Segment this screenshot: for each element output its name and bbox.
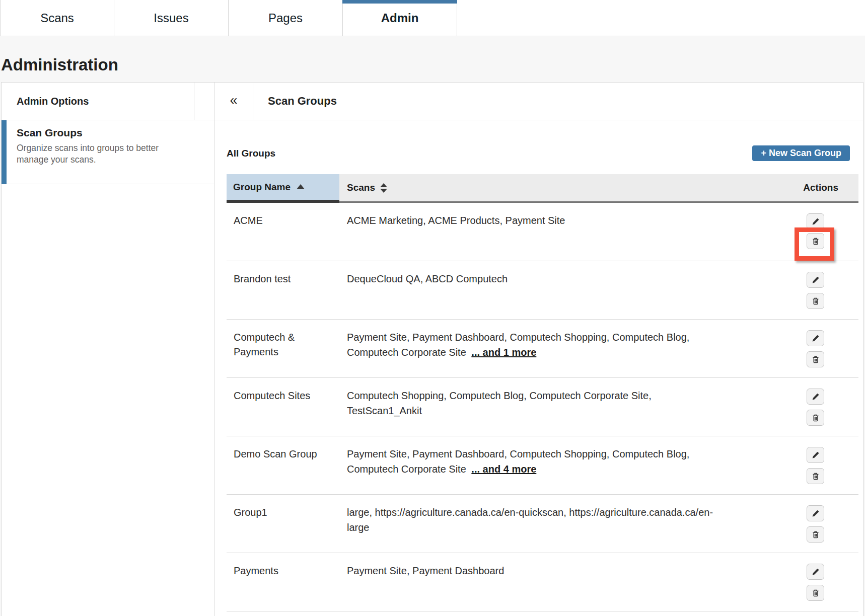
- show-more-scans-link[interactable]: ... and 1 more: [471, 347, 536, 358]
- admin-options-header: Admin Options: [2, 83, 194, 120]
- highlight-annotation: [795, 227, 834, 261]
- panel-title: Scan Groups: [253, 83, 863, 120]
- delete-group-button[interactable]: [807, 468, 824, 484]
- column-header-scans[interactable]: Scans: [339, 174, 727, 203]
- card-header: Admin Options « Scan Groups: [2, 83, 863, 120]
- group-name-cell: Computech Sites: [227, 389, 339, 436]
- delete-group-button[interactable]: [807, 410, 824, 426]
- highlight-annotation: [807, 351, 824, 367]
- group-name-cell: Computech & Payments: [227, 330, 339, 377]
- group-name-cell: Group1: [227, 505, 339, 553]
- table-row: Computech Sites Computech Shopping, Comp…: [227, 378, 858, 436]
- column-header-label: Scans: [347, 182, 375, 193]
- highlight-annotation: [807, 585, 824, 601]
- table-body: ACME ACME Marketing, ACME Products, Paym…: [227, 203, 858, 611]
- scans-cell: ACME Marketing, ACME Products, Payment S…: [339, 213, 727, 261]
- scans-list-text: ACME Marketing, ACME Products, Payment S…: [347, 215, 565, 226]
- groups-toolbar: All Groups + New Scan Group: [227, 145, 850, 161]
- page-title: Administration: [1, 55, 865, 74]
- all-groups-label: All Groups: [227, 148, 275, 159]
- tab-scans[interactable]: Scans: [0, 0, 114, 36]
- sidebar-header-spacer: [194, 83, 214, 120]
- column-header-label: Group Name: [233, 182, 291, 193]
- show-more-scans-link[interactable]: ... and 4 more: [471, 464, 536, 475]
- pencil-icon: [811, 276, 820, 284]
- scans-list-text: Computech Shopping, Computech Blog, Comp…: [347, 390, 652, 416]
- highlight-annotation: [807, 293, 824, 309]
- trash-icon: [812, 355, 820, 364]
- scans-cell: Payment Site, Payment Dashboard, Compute…: [339, 330, 727, 377]
- scans-list-text: DequeCloud QA, ABCD Computech: [347, 273, 508, 284]
- group-name-cell: Payments: [227, 564, 339, 611]
- column-header-group-name[interactable]: Group Name: [227, 174, 339, 203]
- trash-icon: [812, 472, 820, 481]
- sidebar-item-scan-groups[interactable]: Scan Groups Organize scans into groups t…: [2, 120, 214, 184]
- pencil-icon: [811, 217, 820, 226]
- edit-group-button[interactable]: [807, 389, 824, 405]
- trash-icon: [812, 297, 820, 305]
- scans-cell: Computech Shopping, Computech Blog, Comp…: [339, 389, 727, 436]
- table-row: Group1 large, https://agriculture.canada…: [227, 495, 858, 553]
- sidebar-item-title: Scan Groups: [17, 127, 199, 139]
- sidebar-item-description: Organize scans into groups to better man…: [17, 142, 177, 166]
- scans-list-text: Payment Site, Payment Dashboard: [347, 565, 504, 576]
- trash-icon: [812, 589, 820, 597]
- table-header-row: Group Name Scans Actions: [227, 174, 858, 203]
- new-scan-group-button[interactable]: + New Scan Group: [752, 145, 850, 161]
- pencil-icon: [811, 334, 820, 343]
- top-tab-bar: Scans Issues Pages Admin: [0, 0, 865, 36]
- delete-group-button[interactable]: [807, 233, 824, 249]
- table-row: Computech & Payments Payment Site, Payme…: [227, 320, 858, 378]
- actions-cell: [727, 505, 858, 553]
- admin-options-sidebar: Scan Groups Organize scans into groups t…: [2, 120, 214, 616]
- scan-groups-table: Group Name Scans Actions ACME: [227, 174, 858, 611]
- pencil-icon: [811, 393, 820, 401]
- table-row: Brandon test DequeCloud QA, ABCD Compute…: [227, 261, 858, 320]
- card-body: Scan Groups Organize scans into groups t…: [2, 120, 863, 616]
- actions-cell: [727, 330, 858, 377]
- highlight-annotation: [807, 410, 824, 426]
- actions-cell: [727, 389, 858, 436]
- collapse-sidebar-button[interactable]: «: [214, 83, 253, 120]
- scans-list-text: large, https://agriculture.canada.ca/en-…: [347, 507, 713, 533]
- pencil-icon: [811, 568, 820, 576]
- edit-group-button[interactable]: [807, 564, 824, 580]
- trash-icon: [812, 414, 820, 422]
- scan-groups-panel: All Groups + New Scan Group Group Name S…: [214, 120, 863, 616]
- delete-group-button[interactable]: [807, 351, 824, 367]
- delete-group-button[interactable]: [807, 293, 824, 309]
- pencil-icon: [811, 451, 820, 459]
- edit-group-button[interactable]: [807, 447, 824, 463]
- group-name-cell: Brandon test: [227, 272, 339, 319]
- actions-cell: [727, 564, 858, 611]
- tab-admin[interactable]: Admin: [343, 0, 457, 36]
- scans-cell: Payment Site, Payment Dashboard: [339, 564, 727, 611]
- scans-cell: Payment Site, Payment Dashboard, Compute…: [339, 447, 727, 494]
- sort-ascending-icon: [297, 184, 305, 189]
- table-row: Demo Scan Group Payment Site, Payment Da…: [227, 436, 858, 495]
- tab-pages[interactable]: Pages: [229, 0, 343, 36]
- pencil-icon: [811, 509, 820, 518]
- delete-group-button[interactable]: [807, 585, 824, 601]
- actions-cell: [727, 213, 858, 261]
- edit-group-button[interactable]: [807, 272, 824, 288]
- group-name-cell: Demo Scan Group: [227, 447, 339, 494]
- sort-icon: [380, 183, 387, 193]
- trash-icon: [812, 237, 820, 246]
- actions-cell: [727, 272, 858, 319]
- highlight-annotation: [807, 468, 824, 484]
- column-header-label: Actions: [803, 182, 838, 193]
- table-row: ACME ACME Marketing, ACME Products, Paym…: [227, 203, 858, 261]
- edit-group-button[interactable]: [807, 505, 824, 521]
- trash-icon: [812, 530, 820, 539]
- table-row: Payments Payment Site, Payment Dashboard: [227, 553, 858, 611]
- chevrons-left-icon: «: [230, 94, 237, 107]
- scans-cell: large, https://agriculture.canada.ca/en-…: [339, 505, 727, 553]
- tab-issues[interactable]: Issues: [114, 0, 229, 36]
- edit-group-button[interactable]: [807, 330, 824, 346]
- delete-group-button[interactable]: [807, 526, 824, 543]
- scans-cell: DequeCloud QA, ABCD Computech: [339, 272, 727, 319]
- administration-card: Admin Options « Scan Groups Scan Groups …: [1, 82, 863, 616]
- column-header-actions: Actions: [727, 174, 858, 203]
- group-name-cell: ACME: [227, 213, 339, 261]
